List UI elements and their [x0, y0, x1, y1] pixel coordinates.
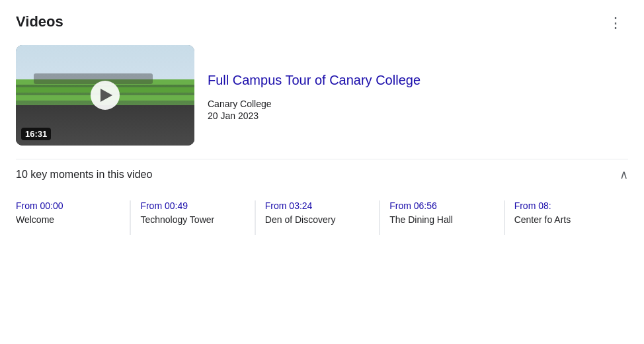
- key-moments-label: 10 key moments in this video: [16, 169, 152, 181]
- moment-timestamp[interactable]: From 08:: [514, 200, 618, 211]
- more-options-icon[interactable]: ⋮: [603, 13, 628, 33]
- video-source: Canary College: [208, 99, 421, 109]
- play-icon: [101, 89, 112, 102]
- video-date: 20 Jan 2023: [208, 110, 421, 121]
- key-moments-header: 10 key moments in this video ∧: [16, 159, 628, 190]
- moment-timestamp[interactable]: From 03:24: [265, 200, 368, 211]
- video-info: Full Campus Tour of Canary College Canar…: [208, 45, 421, 146]
- moment-item: From 06:56The Dining Hall: [379, 200, 503, 235]
- play-button[interactable]: [91, 81, 120, 110]
- moment-item: From 08:Center fo Arts: [504, 200, 628, 235]
- moment-timestamp[interactable]: From 06:56: [389, 200, 493, 211]
- moment-timestamp[interactable]: From 00:00: [16, 200, 119, 211]
- section-title: Videos: [16, 13, 63, 30]
- collapse-chevron-icon[interactable]: ∧: [620, 167, 628, 182]
- moment-item: From 00:00Welcome: [16, 200, 130, 235]
- video-duration: 16:31: [21, 128, 51, 140]
- moment-label: Den of Discovery: [265, 214, 368, 227]
- moment-label: The Dining Hall: [389, 214, 493, 227]
- video-title-link[interactable]: Full Campus Tour of Canary College: [208, 73, 421, 88]
- video-thumbnail[interactable]: 16:31: [16, 45, 194, 146]
- moment-label: Technology Tower: [140, 214, 243, 227]
- moment-item: From 00:49Technology Tower: [130, 200, 254, 235]
- moment-label: Welcome: [16, 214, 119, 227]
- moment-timestamp[interactable]: From 00:49: [140, 200, 243, 211]
- video-card: 16:31 Full Campus Tour of Canary College…: [16, 45, 628, 146]
- moments-row: From 00:00WelcomeFrom 00:49Technology To…: [16, 200, 628, 235]
- section-header: Videos ⋮: [16, 13, 628, 33]
- moment-label: Center fo Arts: [514, 214, 618, 227]
- moment-item: From 03:24Den of Discovery: [255, 200, 379, 235]
